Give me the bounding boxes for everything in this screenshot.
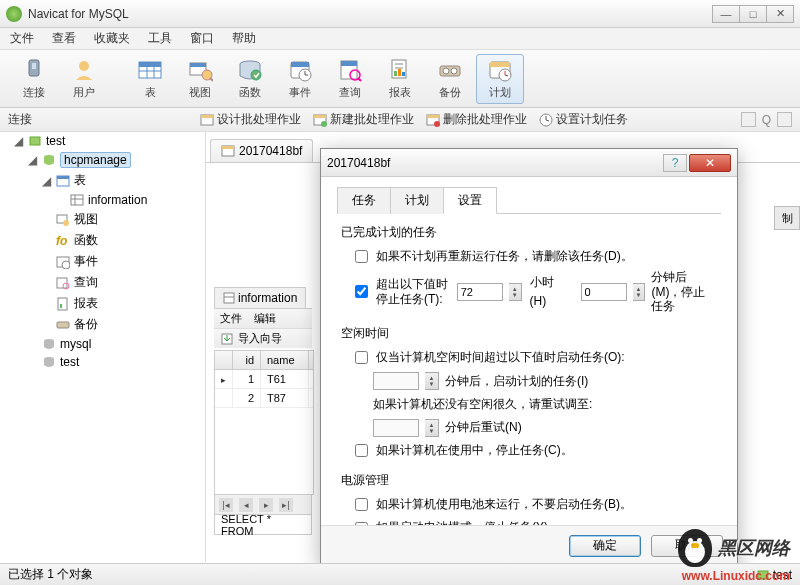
view-icon [56,213,70,227]
tree-node-events[interactable]: 事件 [74,253,98,270]
svg-rect-62 [60,304,62,308]
minimize-button[interactable]: — [712,5,740,23]
table-row[interactable]: 2T87 [215,389,313,408]
idle-minutes-input[interactable] [373,372,419,390]
information-subpanel: information 文件 编辑 导入向导 id name 1T61 [214,284,312,544]
menu-file[interactable]: 文件 [10,30,34,47]
hours-spinner[interactable]: ▲▼ [509,283,522,301]
info-menu-file[interactable]: 文件 [220,311,242,326]
svg-point-30 [443,68,449,74]
tool-event[interactable]: 事件 [276,54,324,104]
menu-help[interactable]: 帮助 [232,30,256,47]
nav-prev-icon[interactable]: ◂ [239,498,253,512]
table-group-icon [56,174,70,188]
svg-rect-9 [190,63,206,67]
data-grid[interactable]: id name 1T61 2T87 [214,350,314,495]
action-design-batch[interactable]: 设计批处理作业 [200,111,301,128]
maximize-button[interactable]: □ [739,5,767,23]
dialog-title: 20170418bf [327,156,663,170]
tree-toggle[interactable]: ◢ [28,153,38,167]
close-button[interactable]: ✕ [766,5,794,23]
svg-rect-61 [58,298,67,310]
hours-input[interactable] [457,283,503,301]
tool-schedule[interactable]: 计划 [476,54,524,104]
document-tab[interactable]: 20170418bf [210,139,313,162]
cb-no-start-on-battery[interactable] [355,498,368,511]
retry-minutes-input[interactable] [373,419,419,437]
col-id[interactable]: id [233,351,261,369]
tool-report[interactable]: 报表 [376,54,424,104]
action-delete-batch[interactable]: 删除批处理作业 [426,111,527,128]
tree-node-backups[interactable]: 备份 [74,316,98,333]
info-menu-edit[interactable]: 编辑 [254,311,276,326]
tree-node-tables[interactable]: 表 [74,172,86,189]
sub-toolbar: 连接 设计批处理作业 新建批处理作业 删除批处理作业 设置计划任务 Q [0,108,800,132]
retry-minutes-spinner[interactable]: ▲▼ [425,419,439,437]
cb-stop-if-in-use[interactable] [355,444,368,457]
svg-rect-38 [201,115,213,118]
penguin-icon [678,529,712,567]
tree-node-information[interactable]: information [88,193,147,207]
side-tab[interactable]: 制 [774,206,800,230]
tree-node-db[interactable]: hcpmanage [60,152,131,168]
tree-node-mysql[interactable]: mysql [60,337,91,351]
connection-tree: ◢test ◢hcpmanage ◢表 information 视图 fo函数 … [0,132,206,562]
svg-rect-52 [71,195,83,205]
svg-rect-27 [398,69,401,76]
cb-delete-if-not-scheduled[interactable] [355,250,368,263]
idle-minutes-spinner[interactable]: ▲▼ [425,372,439,390]
minutes-input[interactable] [581,283,627,301]
action-set-schedule[interactable]: 设置计划任务 [539,111,628,128]
menu-favorites[interactable]: 收藏夹 [94,30,130,47]
action-new-batch[interactable]: 新建批处理作业 [313,111,414,128]
tool-table[interactable]: 表 [126,54,174,104]
import-wizard[interactable]: 导入向导 [238,331,282,346]
minutes-spinner[interactable]: ▲▼ [633,283,646,301]
svg-rect-68 [224,293,234,303]
dialog-close-button[interactable]: ✕ [689,154,731,172]
tree-node-queries[interactable]: 查询 [74,274,98,291]
menu-view[interactable]: 查看 [52,30,76,47]
tree-node-server[interactable]: test [46,134,65,148]
dialog-help-button[interactable]: ? [663,154,687,172]
dialog-tab-task[interactable]: 任务 [337,187,391,214]
menu-window[interactable]: 窗口 [190,30,214,47]
svg-rect-26 [394,71,397,76]
table-row[interactable]: 1T61 [215,370,313,389]
menu-tools[interactable]: 工具 [148,30,172,47]
tree-toggle[interactable]: ◢ [42,174,52,188]
tree-node-functions[interactable]: 函数 [74,232,98,249]
tool-function[interactable]: 函数 [226,54,274,104]
tool-connect[interactable]: 连接 [10,54,58,104]
search-icon[interactable]: Q [762,113,771,127]
menubar: 文件 查看 收藏夹 工具 窗口 帮助 [0,28,800,50]
svg-rect-63 [57,322,69,328]
grid-view-icon[interactable] [777,112,792,127]
report-icon [56,297,70,311]
table-icon [70,193,84,207]
tree-node-reports[interactable]: 报表 [74,295,98,312]
status-selection: 已选择 1 个对象 [8,566,93,583]
tool-user[interactable]: 用户 [60,54,108,104]
tree-toggle[interactable]: ◢ [14,134,24,148]
info-tab[interactable]: information [214,287,306,308]
connection-label: 连接 [8,111,32,128]
window-titlebar: Navicat for MySQL — □ ✕ [0,0,800,28]
cb-idle-start[interactable] [355,351,368,364]
dialog-tab-settings[interactable]: 设置 [443,187,497,214]
svg-rect-33 [490,62,510,67]
col-name[interactable]: name [261,351,309,369]
tool-view[interactable]: 视图 [176,54,224,104]
nav-last-icon[interactable]: ▸| [279,498,293,512]
ok-button[interactable]: 确定 [569,535,641,557]
cb-stop-after-duration[interactable] [355,285,368,298]
tool-query[interactable]: 查询 [326,54,374,104]
query-icon [56,276,70,290]
tree-node-testdb[interactable]: test [60,355,79,369]
nav-first-icon[interactable]: |◂ [219,498,233,512]
refresh-icon[interactable] [741,112,756,127]
tool-backup[interactable]: 备份 [426,54,474,104]
tree-node-views[interactable]: 视图 [74,211,98,228]
dialog-tab-plan[interactable]: 计划 [390,187,444,214]
nav-next-icon[interactable]: ▸ [259,498,273,512]
